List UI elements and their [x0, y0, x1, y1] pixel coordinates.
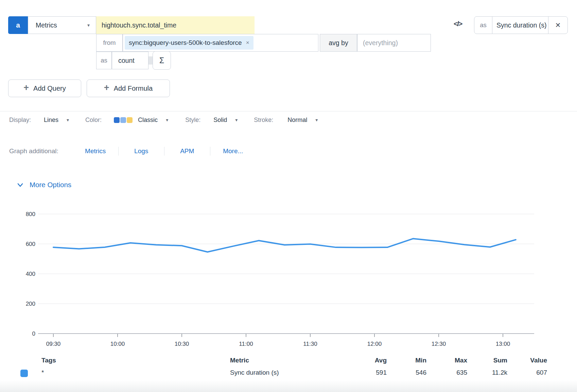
color-palette-swatch[interactable] — [114, 117, 133, 123]
palette-color-2 — [120, 117, 126, 123]
series-min-value: 546 — [386, 369, 426, 376]
metric-column-header: Metric — [230, 357, 249, 364]
display-options-bar: Display: Lines ▾ Color: Classic ▾ Style:… — [9, 115, 318, 125]
series-avg-value: 591 — [346, 369, 387, 376]
alias-group: as Sync duration (s) ✕ — [474, 16, 568, 34]
svg-text:0: 0 — [32, 331, 35, 337]
value-column-header: Value — [506, 357, 547, 364]
svg-text:12:00: 12:00 — [367, 341, 382, 347]
add-formula-button[interactable]: + Add Formula — [87, 79, 170, 97]
chevron-down-icon: ▾ — [166, 117, 168, 123]
data-source-select[interactable]: Metrics ▾ — [28, 16, 96, 34]
filter-tag[interactable]: sync:bigquery-users-500k-to-salesforce × — [125, 36, 253, 50]
timeseries-chart[interactable]: 020040060080009:3010:0010:3011:0011:3012… — [0, 0, 577, 392]
svg-text:800: 800 — [26, 211, 35, 217]
plus-icon: + — [23, 83, 29, 92]
display-select[interactable]: Lines — [44, 117, 58, 124]
max-column-header: Max — [426, 357, 467, 364]
aggregator-select[interactable]: count — [112, 52, 148, 69]
svg-text:10:30: 10:30 — [175, 341, 189, 347]
svg-text:11:00: 11:00 — [239, 341, 253, 347]
chevron-down-icon: ▾ — [235, 117, 238, 123]
series-max-value: 635 — [426, 369, 467, 376]
sigma-connector — [148, 56, 153, 65]
chevron-down-icon: ▾ — [315, 117, 318, 123]
palette-color-3 — [127, 117, 133, 123]
series-value-value: 607 — [506, 369, 547, 376]
graph-additional-more-link[interactable]: More... — [210, 147, 256, 155]
alias-as-label: as — [474, 17, 492, 34]
display-label: Display: — [9, 117, 31, 124]
from-label: from — [96, 34, 123, 52]
chevron-down-icon: ▾ — [87, 22, 90, 28]
chevron-down-icon — [16, 181, 24, 189]
remove-tag-icon[interactable]: × — [246, 39, 249, 46]
close-icon[interactable]: ✕ — [548, 17, 567, 34]
rollup-sigma-button[interactable]: Σ — [153, 51, 171, 70]
svg-text:400: 400 — [26, 271, 35, 277]
graph-additional-bar: Graph additional: Metrics Logs APM More.… — [9, 146, 256, 156]
add-formula-label: Add Formula — [114, 85, 153, 92]
graph-additional-label: Graph additional: — [9, 147, 58, 155]
color-label: Color: — [85, 117, 102, 124]
series-tags-value[interactable]: * — [41, 369, 44, 376]
svg-text:10:00: 10:00 — [110, 341, 125, 347]
data-source-value: Metrics — [36, 21, 57, 29]
min-column-header: Min — [386, 357, 426, 364]
series-sum-value: 11.2k — [467, 369, 507, 376]
graph-additional-metrics-link[interactable]: Metrics — [73, 147, 118, 155]
style-label: Style: — [185, 117, 200, 124]
svg-text:600: 600 — [26, 241, 35, 247]
avg-column-header: Avg — [346, 357, 387, 364]
stroke-label: Stroke: — [254, 117, 273, 124]
color-select[interactable]: Classic — [138, 117, 158, 124]
filter-tag-label: sync:bigquery-users-500k-to-salesforce — [129, 39, 242, 47]
graph-additional-apm-link[interactable]: APM — [164, 147, 210, 155]
as-label: as — [96, 52, 112, 69]
add-query-button[interactable]: + Add Query — [8, 79, 81, 97]
group-by-input[interactable]: (everything) — [357, 34, 431, 52]
section-divider — [0, 111, 577, 111]
more-options-label: More Options — [30, 181, 71, 189]
series-metric-name[interactable]: Sync duration (s) — [230, 369, 279, 376]
svg-text:09:30: 09:30 — [46, 341, 61, 347]
tags-column-header: Tags — [41, 357, 56, 364]
stroke-select[interactable]: Normal — [287, 117, 307, 124]
more-options-toggle[interactable]: More Options — [16, 181, 71, 189]
svg-text:12:30: 12:30 — [432, 341, 446, 347]
plus-icon: + — [104, 83, 109, 92]
graph-additional-logs-link[interactable]: Logs — [119, 147, 164, 155]
query-letter-badge[interactable]: a — [8, 16, 28, 34]
style-select[interactable]: Solid — [213, 117, 227, 124]
chevron-down-icon: ▾ — [67, 117, 69, 123]
sum-column-header: Sum — [467, 357, 507, 364]
svg-text:13:00: 13:00 — [496, 341, 510, 347]
filter-input[interactable]: sync:bigquery-users-500k-to-salesforce × — [123, 34, 318, 52]
code-view-icon[interactable]: </> — [454, 20, 462, 28]
alias-input[interactable]: Sync duration (s) — [492, 17, 548, 34]
space-aggregator-select[interactable]: avg by — [320, 34, 357, 52]
metric-name-input[interactable]: hightouch.sync.total_time — [96, 16, 255, 34]
add-query-label: Add Query — [33, 85, 66, 92]
svg-text:200: 200 — [26, 301, 35, 307]
series-color-swatch[interactable] — [20, 370, 28, 377]
bottom-fade — [0, 380, 577, 392]
palette-color-1 — [114, 117, 120, 123]
svg-text:11:30: 11:30 — [303, 341, 317, 347]
